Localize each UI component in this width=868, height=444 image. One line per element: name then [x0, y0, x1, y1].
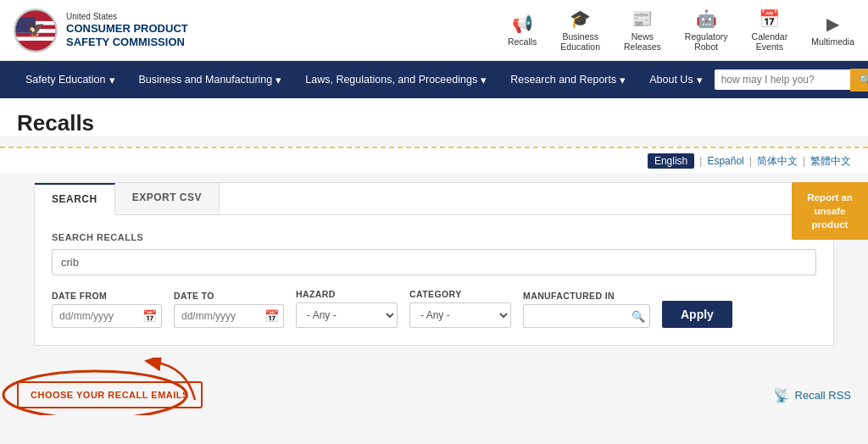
- recalls-search-input[interactable]: [52, 249, 816, 275]
- rss-icon: 📡: [773, 387, 790, 403]
- apply-button[interactable]: Apply: [662, 301, 732, 328]
- lang-english[interactable]: English: [648, 153, 694, 169]
- nav-multimedia[interactable]: ▶ Multimedia: [811, 14, 854, 47]
- report-unsafe-button[interactable]: Report an unsafe product: [792, 182, 868, 240]
- panel-tabs: SEARCH EXPORT CSV: [35, 183, 833, 215]
- curved-arrow-svg: [144, 358, 212, 404]
- hazard-group: HAZARD - Any -: [296, 289, 398, 328]
- chevron-down-icon: ▾: [481, 74, 487, 86]
- date-from-group: DATE FROM 📅: [52, 291, 162, 328]
- page-title-area: Recalls: [0, 98, 868, 136]
- nav-news-releases[interactable]: 📰 NewsReleases: [624, 8, 661, 52]
- tab-search[interactable]: SEARCH: [35, 183, 115, 215]
- language-bar: English | Español | 简体中文 | 繁體中文: [0, 147, 868, 174]
- category-group: CATEGORY - Any -: [409, 289, 511, 328]
- recalls-icon: 📢: [512, 14, 533, 34]
- nav-research-reports[interactable]: Research and Reports ▾: [498, 61, 637, 98]
- search-panel: SEARCH EXPORT CSV SEARCH RECALLS DATE FR…: [34, 182, 834, 346]
- category-select[interactable]: - Any -: [409, 302, 511, 328]
- business-icon: 🎓: [570, 8, 591, 29]
- agency-name-line1: CONSUMER PRODUCT: [66, 22, 188, 36]
- header-nav: 📢 Recalls 🎓 BusinessEducation 📰 NewsRele…: [508, 8, 854, 52]
- page-title: Recalls: [17, 110, 851, 136]
- robot-icon: 🤖: [696, 8, 717, 29]
- svg-rect-3: [15, 36, 56, 41]
- date-to-label: DATE TO: [174, 291, 284, 301]
- chevron-down-icon: ▾: [109, 74, 115, 86]
- agency-small-text: United States: [66, 11, 188, 22]
- recall-email-container: CHOOSE YOUR RECALL EMAILS: [17, 381, 203, 408]
- nav-about-us[interactable]: About Us ▾: [637, 61, 714, 98]
- chevron-down-icon: ▾: [620, 74, 626, 86]
- date-to-wrap: 📅: [174, 304, 284, 328]
- hazard-label: HAZARD: [296, 289, 398, 299]
- recall-rss-link[interactable]: 📡 Recall RSS: [773, 387, 851, 403]
- agency-text: United States CONSUMER PRODUCT SAFETY CO…: [66, 11, 188, 48]
- nav-calendar-events[interactable]: 📅 CalendarEvents: [752, 8, 788, 52]
- manufactured-in-label: MANUFACTURED IN: [523, 291, 650, 301]
- tab-export-csv[interactable]: EXPORT CSV: [115, 183, 220, 214]
- svg-text:🦅: 🦅: [27, 19, 45, 37]
- main-navigation: Safety Education ▾ Business and Manufact…: [0, 61, 868, 98]
- nav-regulatory-robot[interactable]: 🤖 RegulatoryRobot: [685, 8, 728, 52]
- calendar-from-icon[interactable]: 📅: [142, 309, 157, 323]
- nav-safety-education[interactable]: Safety Education ▾: [14, 61, 127, 98]
- nav-laws-regulations[interactable]: Laws, Regulations, and Proceedings ▾: [293, 61, 498, 98]
- multimedia-icon: ▶: [826, 14, 839, 34]
- site-header: 🦅 United States CONSUMER PRODUCT SAFETY …: [0, 0, 868, 61]
- nav-recalls[interactable]: 📢 Recalls: [508, 14, 537, 47]
- date-from-label: DATE FROM: [52, 291, 162, 301]
- hazard-select[interactable]: - Any -: [296, 302, 398, 328]
- header-search-input[interactable]: [715, 69, 850, 90]
- calendar-icon: 📅: [759, 8, 780, 29]
- search-recalls-label: SEARCH RECALLS: [52, 232, 816, 242]
- nav-business-education[interactable]: 🎓 BusinessEducation: [560, 8, 600, 52]
- header-search-button[interactable]: 🔍: [850, 69, 868, 92]
- date-to-group: DATE TO 📅: [174, 291, 284, 328]
- logo-group: 🦅 United States CONSUMER PRODUCT SAFETY …: [14, 8, 188, 53]
- manufactured-in-group: MANUFACTURED IN 🔍: [523, 291, 650, 328]
- mfg-search-icon: 🔍: [632, 310, 645, 323]
- lang-traditional-chinese[interactable]: 繁體中文: [810, 154, 851, 169]
- chevron-down-icon: ▾: [275, 74, 281, 86]
- date-from-wrap: 📅: [52, 304, 162, 328]
- flag-icon: 🦅: [14, 8, 58, 53]
- header-search-box: 🔍: [715, 69, 868, 92]
- category-label: CATEGORY: [409, 289, 511, 299]
- mfg-input-wrap: 🔍: [523, 304, 650, 328]
- nav-business-manufacturing[interactable]: Business and Manufacturing ▾: [127, 61, 294, 98]
- lang-simplified-chinese[interactable]: 简体中文: [757, 154, 798, 169]
- calendar-to-icon[interactable]: 📅: [264, 309, 279, 323]
- chevron-down-icon: ▾: [697, 74, 703, 86]
- bottom-bar: CHOOSE YOUR RECALL EMAILS 📡 Recall RSS: [0, 368, 868, 415]
- news-icon: 📰: [632, 8, 653, 29]
- lang-espanol[interactable]: Español: [707, 155, 743, 167]
- filters-row: DATE FROM 📅 DATE TO 📅 HAZARD: [52, 289, 816, 328]
- agency-name-line2: SAFETY COMMISSION: [66, 36, 188, 49]
- search-body: SEARCH RECALLS DATE FROM 📅 DATE TO 📅: [35, 215, 833, 345]
